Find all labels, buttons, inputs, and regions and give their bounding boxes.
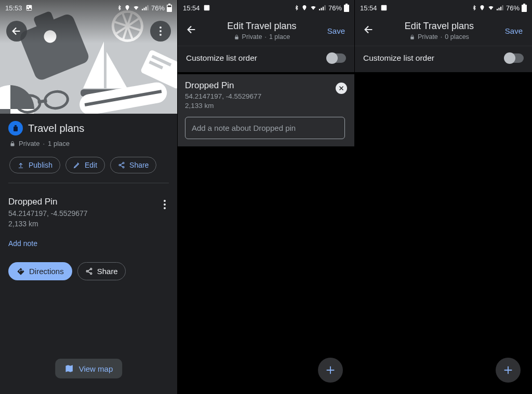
hero-image: 15:53 76% xyxy=(0,0,177,114)
pencil-icon xyxy=(73,161,81,169)
svg-rect-41 xyxy=(344,5,349,12)
location-icon xyxy=(479,4,485,11)
place-item: Dropped Pin 54.2147197, -4.5529677 2,133… xyxy=(0,188,177,284)
signal-icon xyxy=(142,5,149,11)
share-place-button[interactable]: Share xyxy=(77,262,126,280)
add-note-link[interactable]: Add note xyxy=(8,239,169,248)
share-icon xyxy=(118,161,125,169)
svg-rect-39 xyxy=(324,5,325,10)
appbar-title: Edit Travel plans xyxy=(204,21,320,32)
panel-edit-with-item: 15:54 76% Edit Travel plans xyxy=(177,0,354,394)
panel-list-view: 15:53 76% xyxy=(0,0,177,394)
view-map-button[interactable]: View map xyxy=(55,359,123,378)
status-bar: 15:54 76% xyxy=(178,0,354,16)
location-icon xyxy=(301,4,308,11)
privacy-label: Private xyxy=(19,140,39,147)
svg-rect-26 xyxy=(14,127,18,131)
share-list-button[interactable]: Share xyxy=(110,157,156,173)
svg-rect-49 xyxy=(522,5,527,12)
bluetooth-icon xyxy=(294,4,299,11)
plus-icon xyxy=(502,364,514,376)
save-button[interactable]: Save xyxy=(325,23,347,38)
overflow-menu-button[interactable] xyxy=(150,21,171,42)
picture-icon xyxy=(203,4,210,11)
map-icon xyxy=(64,364,74,373)
location-icon xyxy=(124,4,130,11)
directions-button[interactable]: Directions xyxy=(8,262,72,280)
status-time: 15:54 xyxy=(183,4,200,12)
privacy-label: Private xyxy=(418,33,438,40)
lock-icon xyxy=(409,34,415,40)
publish-label: Publish xyxy=(29,161,52,169)
panel-edit-empty: 15:54 76% Edit Travel plans xyxy=(354,0,532,394)
picture-icon xyxy=(25,4,33,11)
close-icon xyxy=(338,85,344,91)
svg-rect-35 xyxy=(204,5,209,11)
item-coords: 54.2147197, -4.5529677 xyxy=(185,92,347,100)
more-vert-icon xyxy=(156,23,165,39)
svg-rect-46 xyxy=(500,7,501,10)
add-place-fab[interactable] xyxy=(496,358,521,383)
customize-toggle[interactable] xyxy=(327,53,346,63)
status-bar: 15:53 76% xyxy=(0,0,177,16)
svg-rect-40 xyxy=(345,4,348,5)
suitcase-icon xyxy=(8,121,23,135)
note-input[interactable]: Add a note about Dropped pin xyxy=(185,117,345,139)
bluetooth-icon xyxy=(117,4,122,11)
svg-rect-48 xyxy=(523,4,525,5)
share-label: Share xyxy=(129,161,149,169)
appbar-title: Edit Travel plans xyxy=(381,21,498,32)
svg-point-18 xyxy=(28,6,29,7)
customize-label: Customize list order xyxy=(186,53,257,63)
back-button[interactable] xyxy=(185,22,198,39)
customize-toggle[interactable] xyxy=(505,53,524,63)
svg-rect-25 xyxy=(168,6,171,7)
svg-rect-37 xyxy=(321,8,322,10)
battery-icon xyxy=(344,4,349,12)
item-title: Dropped Pin xyxy=(185,80,347,91)
svg-rect-38 xyxy=(323,7,324,10)
remove-item-button[interactable] xyxy=(336,83,347,94)
view-map-label: View map xyxy=(79,364,113,373)
status-time: 15:54 xyxy=(360,4,377,12)
svg-rect-28 xyxy=(11,143,15,146)
battery-icon xyxy=(167,4,172,12)
arrow-left-icon xyxy=(363,24,375,35)
status-time: 15:53 xyxy=(5,4,22,12)
plus-icon xyxy=(325,364,336,376)
customize-list-order-row: Customize list order xyxy=(178,46,354,72)
svg-rect-20 xyxy=(143,8,144,10)
edit-place-item: Dropped Pin 54.2147197, -4.5529677 2,133… xyxy=(178,74,354,146)
svg-rect-43 xyxy=(381,5,387,11)
svg-rect-19 xyxy=(142,9,143,10)
status-bar: 15:54 76% xyxy=(355,0,532,16)
place-title: Dropped Pin xyxy=(8,197,88,207)
place-overflow-button[interactable] xyxy=(161,197,169,212)
signal-icon xyxy=(497,5,504,11)
status-battery: 76% xyxy=(328,4,342,12)
lock-icon xyxy=(9,141,16,147)
edit-label: Edit xyxy=(85,161,97,169)
privacy-label: Private xyxy=(242,33,262,40)
svg-rect-23 xyxy=(168,4,170,5)
save-button[interactable]: Save xyxy=(503,23,525,38)
status-battery: 76% xyxy=(506,4,520,12)
place-count: 1 place xyxy=(48,140,70,147)
share-icon xyxy=(85,267,93,275)
svg-rect-27 xyxy=(15,125,17,127)
svg-rect-36 xyxy=(319,9,320,10)
status-battery: 76% xyxy=(151,4,165,12)
picture-icon xyxy=(380,4,388,11)
publish-button[interactable]: Publish xyxy=(9,157,60,173)
svg-rect-22 xyxy=(147,5,148,10)
back-button[interactable] xyxy=(6,21,27,42)
back-button[interactable] xyxy=(362,22,376,39)
place-coords: 54.2147197, -4.5529677 xyxy=(8,209,88,218)
place-distance: 2,133 km xyxy=(8,220,88,228)
wifi-icon xyxy=(310,5,317,11)
list-title: Travel plans xyxy=(28,123,84,134)
add-place-fab[interactable] xyxy=(318,358,343,383)
edit-button[interactable]: Edit xyxy=(65,157,105,173)
lock-icon xyxy=(234,34,240,40)
customize-label: Customize list order xyxy=(363,53,434,63)
